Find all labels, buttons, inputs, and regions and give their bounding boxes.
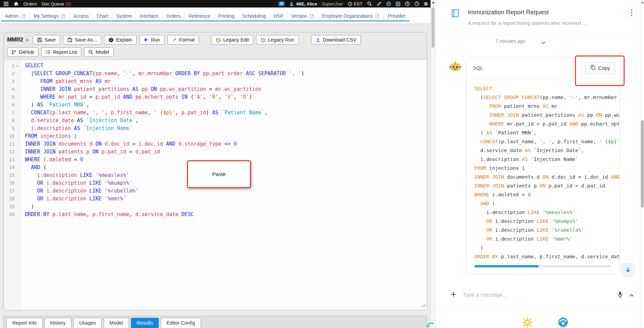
save-button[interactable]: Save [33,35,60,45]
chat-subtitle: A request for a report listing patients … [468,20,587,26]
kebab-menu-icon[interactable] [631,9,632,18]
nav-tab[interactable]: Admin [1,11,30,21]
ai-badge[interactable]: AI [278,1,285,6]
bottom-tab[interactable]: Model [104,318,129,328]
code-line: 1▾SELECT [4,62,427,70]
bottom-tab[interactable]: Usages [73,318,102,328]
report-name-chevron[interactable]: » [26,37,29,43]
collapse-chevron-icon[interactable] [541,39,545,46]
code-line: OR i.description LIKE '%rubella%' [474,226,619,234]
code-line: (SELECT GROUP_CONCAT(pp.name, '-', mr.mr… [474,93,619,102]
back-arrow-icon[interactable] [426,321,435,328]
brush-icon [172,37,177,43]
chat-header: Immunization Report Request A request fo… [436,0,640,36]
page-scrollbar-up-arrow[interactable] [641,1,644,3]
doc-queue-link[interactable]: Doc Queue (3) [42,1,71,6]
sun-logo-icon[interactable] [522,317,532,328]
page-scrollbar[interactable] [640,0,644,328]
scrollbar-up-arrow[interactable] [432,1,435,3]
legacy-edit-button[interactable]: Legacy Edit [211,35,253,45]
nav-tab[interactable]: Interface [136,11,162,21]
popout-icon [61,14,66,19]
bottom-tab[interactable]: Report Info [6,318,43,328]
nav-tab[interactable]: Employer Organizations [318,11,384,21]
bottom-tab-label: Usages [79,320,96,326]
bottom-tab-label: Editor Config [167,320,195,326]
save-as-icon [67,37,72,43]
code-line: 19 ) [4,203,427,211]
copy-button[interactable]: Copy [585,62,615,73]
nav-tab[interactable]: HSP [270,11,288,21]
card-title: SQL [473,65,483,71]
page-scrollbar-thumb[interactable] [641,120,644,208]
nav-tab[interactable]: Scheduling [238,11,270,21]
resize-handle[interactable] [422,303,426,309]
code-line: 10FROM injections i [4,132,427,140]
legacy-run-button[interactable]: Legacy Run [256,35,299,45]
code-line: INNER JOIN patients p ON p.pat_id = d.pa… [474,181,619,190]
model-button[interactable]: Model [84,47,114,57]
scrollbar-thumb[interactable] [431,7,435,48]
nav-tab[interactable]: Orders [162,11,185,21]
history-icon [260,37,266,43]
microphone-icon[interactable] [617,291,623,299]
code-line: OR i.description LIKE '%mmr%' [474,234,619,243]
timestamp-row: 7 minutes ago [436,36,640,49]
svg-text:?: ? [416,2,418,5]
nav-tab[interactable]: System [112,11,136,21]
help-icon[interactable]: ? [414,1,419,6]
user-name: MIE, Alice [296,1,317,6]
save-icon [37,37,42,43]
code-line: 11INNER JOIN documents d ON d.doc_id = i… [4,140,427,148]
nav-tab[interactable]: Access [70,11,93,21]
user-role: - SuperUser [319,1,343,6]
orders-link[interactable]: Orders [23,1,37,6]
format-button[interactable]: Format [167,35,199,45]
code-line: 12INNER JOIN patients p ON p.pat_id = d.… [4,148,427,156]
sql-code: 1▾SELECT2 (SELECT GROUP_CONCAT(pp.name, … [4,60,427,218]
legacy-run-button-label: Legacy Run [268,37,294,43]
nav-tab[interactable]: Provider [384,11,409,21]
code-line: 3 FROM patient_mrns AS mr [4,78,427,85]
bottom-tab[interactable]: Results [131,318,159,328]
format-button-label: Format [179,37,195,43]
report-list-button-label: Report List [53,49,77,55]
home-icon[interactable] [14,1,19,6]
hamburger-menu-icon[interactable] [3,2,9,6]
clock-icon[interactable] [405,1,410,6]
search-icon[interactable] [367,1,372,6]
paste-button[interactable]: Paste [187,160,251,188]
chevron-up-icon[interactable] [629,292,634,298]
screen: Orders Doc Queue (3) AI MIE, Alice - Sup… [0,0,644,328]
save-as-button[interactable]: Save As... [63,35,101,45]
scroll-to-bottom-button[interactable] [621,263,635,277]
nav-tab[interactable]: My Settings [30,11,70,21]
globe-icon[interactable] [386,1,391,6]
progress-bar-fill [474,265,539,267]
nav-tab[interactable]: Chart [93,11,112,21]
add-attachment-icon[interactable] [451,291,457,299]
report-list-button[interactable]: Report List [41,47,81,57]
nav-tab-label: Admin [5,13,19,19]
github-button-label: GitHub [19,49,34,55]
github-button[interactable]: GitHub [7,47,38,57]
bottom-tab[interactable]: Editor Config [161,318,201,328]
editor-scrollbar[interactable] [430,0,436,328]
nav-tab-label: Reference [188,13,210,19]
nav-tab[interactable]: Version [287,11,318,21]
grid-icon[interactable] [396,2,400,6]
explain-button[interactable]: Explain [104,35,137,45]
bottom-tab[interactable]: History [45,318,71,328]
tools-icon[interactable] [377,1,382,6]
nav-tab[interactable]: Printing [215,11,238,21]
explain-button-label: Explain [116,37,132,43]
message-input[interactable] [463,292,611,298]
nav-tab[interactable]: Reference [185,11,215,21]
run-button[interactable]: Run [139,35,165,45]
popout-icon [21,14,26,19]
chat-header-text: Immunization Report Request A request fo… [468,9,587,26]
download-csv-button-label: Download CSV [323,37,356,43]
webchart-logo-icon[interactable] [558,317,569,328]
nav-tab-label: Provider [388,13,405,19]
download-csv-button[interactable]: Download CSV [311,35,361,45]
